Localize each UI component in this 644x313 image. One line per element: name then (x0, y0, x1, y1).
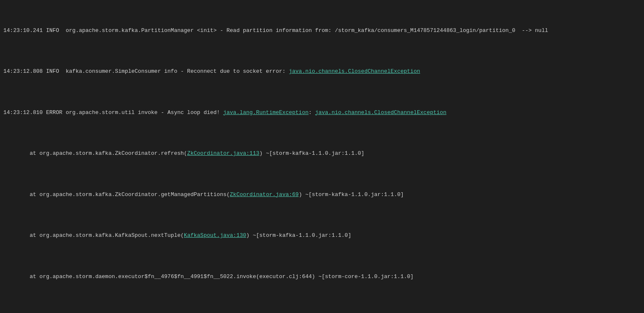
log-sep-3: : (309, 109, 315, 116)
log-line-7: at org.apache.storm.daemon.executor$fn__… (3, 273, 641, 281)
link-zk-69[interactable]: ZkCoordinator.java:69 (230, 191, 299, 198)
log-text-1: 14:23:10.241 INFO org.apache.storm.kafka… (3, 27, 548, 34)
link-kafkaspout-130[interactable]: KafkaSpout.java:130 (184, 232, 246, 239)
log-line-5: at org.apache.storm.kafka.ZkCoordinator.… (3, 191, 641, 199)
log-line-2: 14:23:12.808 INFO kafka.consumer.SimpleC… (3, 67, 641, 76)
log-prefix-3: 14:23:12.810 ERROR org.apache.storm.util… (3, 109, 223, 116)
log-text-4: at org.apache.storm.kafka.ZkCoordinator.… (3, 150, 187, 156)
log-line-1: 14:23:10.241 INFO org.apache.storm.kafka… (3, 27, 641, 35)
log-line-6: at org.apache.storm.kafka.KafkaSpout.nex… (3, 231, 641, 240)
log-prefix-2: 14:23:12.808 INFO kafka.consumer.SimpleC… (3, 68, 289, 74)
log-container: 14:23:10.241 INFO org.apache.storm.kafka… (0, 0, 644, 313)
log-line-4: at org.apache.storm.kafka.ZkCoordinator.… (3, 149, 641, 158)
link-closed-channel-2[interactable]: java.nio.channels.ClosedChannelException (315, 109, 446, 116)
link-runtime-exception-1[interactable]: java.lang.RuntimeException (223, 109, 309, 116)
link-zk-113[interactable]: ZkCoordinator.java:113 (187, 150, 260, 156)
log-line-3: 14:23:12.810 ERROR org.apache.storm.util… (3, 109, 641, 117)
link-closed-channel-1[interactable]: java.nio.channels.ClosedChannelException (289, 68, 420, 74)
